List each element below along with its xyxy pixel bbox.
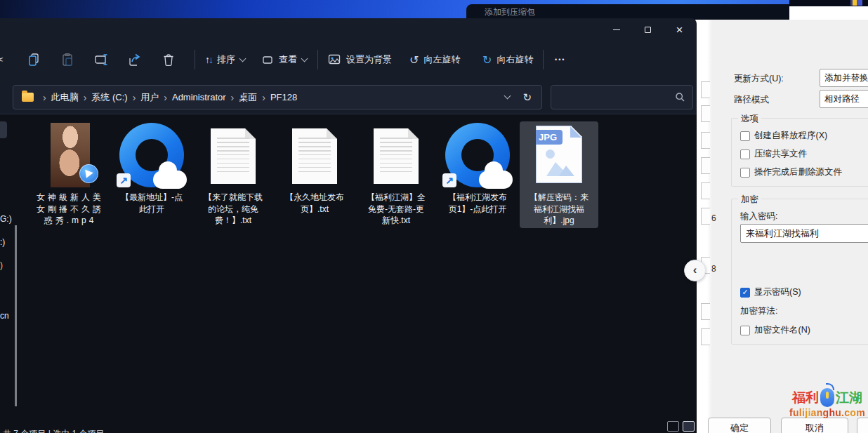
encrypt-groupbox: 加密 输入密码: ✓ 显示密码(S) 加密算法: AES-2 加密文件名(N) — [731, 199, 868, 345]
file-item-shortcut[interactable]: ↗ 【福利江湖发布 页1】-点此打开 — [438, 121, 517, 228]
navpane-item-fragment[interactable]: :) — [0, 237, 5, 247]
paste-button[interactable] — [60, 42, 74, 77]
set-background-label: 设置为背景 — [346, 53, 392, 66]
rotate-right-icon: ↻ — [482, 53, 492, 67]
search-input[interactable] — [551, 85, 693, 109]
file-item-txt[interactable]: 【来了就能下载 的论坛，纯免 费！】.txt — [194, 121, 272, 228]
file-item-jpg-selected[interactable]: JPG 【解压密码：来 福利江湖找福 利】.jpg — [520, 121, 598, 228]
close-icon: × — [676, 23, 683, 37]
status-bar-text: 共 7 个项目 | 选中 1 个项目 — [3, 428, 104, 433]
screen: 添加到压缩包 6 8 更新方式(U): 添加并替换文 路径模式 相对路径 选项 — [0, 0, 868, 433]
checkbox-create-sfx[interactable] — [740, 131, 750, 141]
minimize-button[interactable] — [600, 20, 632, 40]
cancel-button[interactable]: 取消 — [781, 418, 848, 433]
breadcrumb-this-pc[interactable]: 此电脑 — [51, 91, 79, 104]
breadcrumb-users[interactable]: 用户 — [140, 91, 159, 104]
sort-icon: ↑↓ — [205, 54, 212, 65]
checkbox-encrypt-filenames[interactable] — [740, 326, 750, 335]
rotate-right-button[interactable]: ↻ 向右旋转 — [482, 42, 533, 77]
view-icon — [261, 53, 274, 66]
breadcrumb-drive-c[interactable]: 系统 (C:) — [91, 91, 127, 104]
address-bar[interactable]: › 此电脑 › 系统 (C:) › 用户 › Administrator › 桌… — [13, 85, 542, 109]
checkbox-label: 压缩共享文件 — [754, 148, 807, 160]
checkbox-show-password[interactable]: ✓ — [740, 288, 750, 298]
update-mode-label: 更新方式(U): — [734, 73, 784, 85]
checkbox-label: 操作完成后删除源文件 — [754, 166, 842, 178]
checkbox-compress-shared[interactable] — [740, 149, 750, 159]
jpg-badge: JPG — [533, 130, 563, 145]
clipped-text-fragment: 6 — [711, 213, 716, 223]
breadcrumb-separator: › — [128, 92, 141, 103]
breadcrumb-separator: › — [38, 92, 51, 103]
file-item-txt[interactable]: 【福利江湖】全 免费-无套路-更 新快.txt — [357, 121, 435, 228]
file-name: 【永久地址发布 页】.txt — [275, 192, 354, 215]
breadcrumb-desktop[interactable]: 桌面 — [239, 91, 257, 104]
watermark-part1: 福利 — [792, 389, 819, 407]
maximize-icon — [645, 27, 651, 33]
status-view-thumbnail-button[interactable] — [683, 421, 695, 432]
file-item-shortcut[interactable]: ↗ 【最新地址】-点 此打开 — [112, 121, 191, 228]
rename-button[interactable] — [94, 42, 110, 77]
update-mode-dropdown[interactable]: 添加并替换文 — [820, 69, 868, 87]
image-sun-icon — [546, 149, 555, 159]
refresh-icon[interactable]: ↻ — [522, 91, 532, 104]
rotate-left-button[interactable]: ↺ 向左旋转 — [409, 42, 460, 77]
navpane-item-fragment[interactable]: cn — [0, 311, 9, 321]
cloud-icon — [153, 171, 187, 189]
copy-button[interactable] — [27, 42, 41, 77]
address-dropdown-icon[interactable] — [504, 93, 511, 100]
file-item-video[interactable]: 女神級新人美 女剛播不久誘 惑秀.mp4 — [31, 121, 110, 228]
sort-button[interactable]: ↑↓ 排序 — [205, 42, 245, 77]
share-button[interactable] — [128, 42, 142, 77]
qq-browser-icon: ↗ — [119, 123, 184, 187]
jpg-file-icon: JPG — [536, 126, 582, 183]
view-button[interactable]: 查看 — [261, 42, 307, 77]
file-name: 【最新地址】-点 此打开 — [112, 192, 191, 215]
rotate-left-label: 向左旋转 — [423, 53, 460, 66]
sort-label: 排序 — [217, 53, 235, 66]
cut-icon: ✂ — [0, 53, 4, 67]
file-name: 【解压密码：来 福利江湖找福 利】.jpg — [520, 192, 598, 227]
file-item-txt[interactable]: 【永久地址发布 页】.txt — [275, 121, 354, 228]
watermark-logo: 福利 江湖 fulijianghu.com — [785, 388, 868, 418]
password-label: 输入密码: — [740, 211, 777, 222]
archive-dialog-titlebar[interactable]: 添加到压缩包 — [466, 4, 791, 20]
address-row: › 此电脑 › 系统 (C:) › 用户 › Administrator › 桌… — [0, 84, 697, 112]
breadcrumb-administrator[interactable]: Administrator — [172, 92, 226, 102]
more-icon: ••• — [555, 56, 565, 63]
navpane-item-fragment[interactable]: ) — [0, 260, 3, 270]
watermark-domain: fulijianghu.com — [785, 407, 868, 418]
more-options-button[interactable]: ••• — [555, 42, 565, 77]
path-mode-dropdown[interactable]: 相对路径 — [820, 90, 868, 108]
maximize-button[interactable] — [632, 20, 664, 40]
check-icon: ✓ — [742, 288, 748, 296]
breadcrumb-pf128[interactable]: PF128 — [270, 92, 297, 102]
navpane-item-fragment[interactable]: G:) — [0, 214, 12, 224]
checkbox-delete-source[interactable] — [740, 168, 750, 178]
checkbox-label: 显示密码(S) — [754, 286, 801, 298]
collapse-handle[interactable]: ‹ — [684, 260, 706, 281]
delete-button[interactable] — [162, 42, 176, 77]
set-background-button[interactable]: 设置为背景 — [327, 42, 392, 77]
trash-icon — [162, 53, 176, 67]
close-button[interactable]: × — [664, 20, 695, 40]
rotate-left-icon: ↺ — [409, 53, 419, 67]
hidden-control-fragment — [701, 208, 710, 225]
update-mode-value: 添加并替换文 — [824, 73, 868, 83]
ok-button[interactable]: 确定 — [708, 418, 771, 433]
text-file-icon — [374, 128, 419, 184]
help-button-fragment[interactable] — [857, 418, 868, 433]
navpane-scrollbar[interactable] — [15, 225, 17, 406]
checkbox-label: 加密文件名(N) — [754, 324, 810, 336]
status-view-list-button[interactable] — [667, 421, 679, 432]
desktop-icon-fragment — [850, 0, 862, 6]
cloud-icon — [479, 171, 513, 189]
chevron-down-icon — [301, 55, 308, 62]
video-thumbnail — [51, 123, 90, 187]
hidden-control-fragment — [701, 105, 710, 122]
file-explorer-window: × ✂ ↑↓ 排序 — [0, 18, 697, 433]
password-input[interactable] — [740, 224, 868, 243]
watermark-part2: 江湖 — [836, 389, 862, 407]
archive-dialog-title: 添加到压缩包 — [485, 7, 535, 17]
cut-button[interactable]: ✂ — [0, 42, 4, 77]
